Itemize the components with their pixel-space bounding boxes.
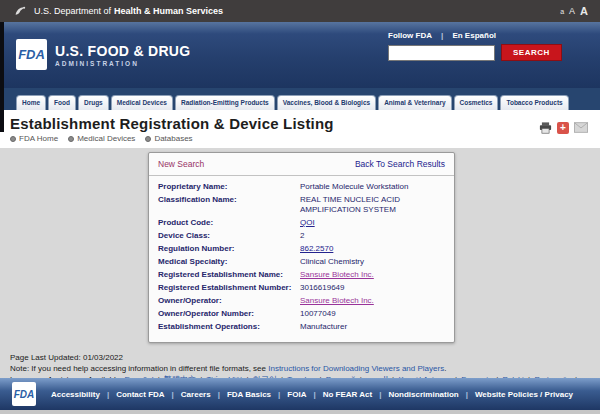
search-button[interactable]: SEARCH (501, 44, 562, 61)
fda-brand[interactable]: FDA U.S. FOOD & DRUG ADMINISTRATION (16, 39, 190, 70)
back-to-search-results-link[interactable]: Back To Search Results (355, 159, 445, 169)
header-link-separator: | (441, 31, 443, 40)
table-row-proprietary-name: Proprietary Name:Portable Molecule Works… (158, 182, 445, 192)
hhs-dept-name: Health & Human Services (114, 6, 223, 16)
footer-link-separator: | (218, 390, 220, 399)
fda-logo[interactable]: FDA (16, 39, 47, 70)
row-label: Registered Establishment Number: (158, 283, 300, 293)
new-search-link[interactable]: New Search (158, 159, 204, 169)
table-row-registered-establishment-name: Registered Establishment Name:Sansure Bi… (158, 270, 445, 280)
share-icon[interactable]: + (557, 122, 569, 134)
font-size-control-fs-m[interactable]: A (569, 6, 575, 16)
note-period: . (444, 364, 446, 373)
row-value-text: Clinical Chemistry (300, 257, 364, 266)
downloading-viewers-link[interactable]: Instructions for Downloading Viewers and… (268, 364, 444, 373)
font-size-control-fs-s[interactable]: a (560, 8, 564, 15)
row-label: Owner/Operator Number: (158, 309, 300, 319)
footer-link-separator: | (466, 390, 468, 399)
breadcrumb-bullet-icon (145, 136, 151, 142)
row-label: Medical Specialty: (158, 257, 300, 267)
page-title: Establishment Registration & Device List… (10, 115, 334, 132)
breadcrumb-label: Databases (154, 134, 192, 143)
footer-link-foia[interactable]: FOIA (287, 390, 306, 399)
row-value: 3016619649 (300, 283, 445, 293)
row-label: Registered Establishment Name: (158, 270, 300, 280)
row-value-link-862-2570[interactable]: 862.2570 (300, 244, 333, 253)
window-left-edge (0, 22, 4, 132)
brand-title: U.S. FOOD & DRUG (55, 43, 190, 59)
row-value: QOI (300, 218, 445, 228)
row-label: Device Class: (158, 231, 300, 241)
row-value: Sansure Biotech Inc. (300, 270, 445, 280)
nav-tab-home[interactable]: Home (16, 95, 46, 110)
nav-tab-radiation-emitting-products[interactable]: Radiation-Emitting Products (175, 95, 275, 110)
email-icon[interactable] (574, 122, 588, 133)
font-size-control-fs-l[interactable]: A (580, 5, 588, 17)
hhs-top-bar: U.S. Department of Health & Human Servic… (0, 0, 600, 22)
nav-tab-food[interactable]: Food (48, 95, 76, 110)
primary-nav: HomeFoodDrugsMedical DevicesRadiation-Em… (0, 88, 600, 110)
hhs-eagle-icon (14, 5, 27, 18)
footer-link-separator: | (107, 390, 109, 399)
row-value-link-sansure-biotech-inc[interactable]: Sansure Biotech Inc. (300, 270, 374, 279)
row-value-text: 10077049 (300, 309, 336, 318)
table-row-medical-specialty: Medical Specialty:Clinical Chemistry (158, 257, 445, 267)
footer-fda-logo[interactable]: FDA (12, 382, 36, 406)
row-value: 2 (300, 231, 445, 241)
breadcrumb-item-databases[interactable]: Databases (145, 134, 192, 143)
site-header: FDA U.S. FOOD & DRUG ADMINISTRATION Foll… (0, 22, 600, 88)
page-title-bar: Establishment Registration & Device List… (0, 110, 600, 148)
nav-tab-animal-veterinary[interactable]: Animal & Veterinary (378, 95, 451, 110)
hhs-dept-prefix: U.S. Department of (34, 6, 111, 16)
nav-tab-drugs[interactable]: Drugs (78, 95, 109, 110)
brand-subtitle: ADMINISTRATION (55, 60, 190, 67)
footer-link-contact-fda[interactable]: Contact FDA (116, 390, 164, 399)
breadcrumb-item-medical-devices[interactable]: Medical Devices (68, 134, 135, 143)
table-row-owner-operator-number: Owner/Operator Number:10077049 (158, 309, 445, 319)
font-size-controls: aAA (560, 0, 588, 22)
footer-link-accessibility[interactable]: Accessibility (51, 390, 100, 399)
en-espanol-link[interactable]: En Español (452, 31, 496, 40)
follow-fda-link[interactable]: Follow FDA (388, 31, 432, 40)
table-row-product-code: Product Code:QOI (158, 218, 445, 228)
table-row-regulation-number: Regulation Number:862.2570 (158, 244, 445, 254)
footer-link-website-policies-privacy[interactable]: Website Policies / Privacy (475, 390, 573, 399)
print-icon[interactable] (539, 122, 552, 134)
nav-tab-medical-devices[interactable]: Medical Devices (111, 95, 173, 110)
note-text: Note: If you need help accessing informa… (10, 364, 268, 373)
row-value: REAL TIME NUCLEIC ACID AMPLIFICATION SYS… (300, 195, 445, 215)
footer-links: Accessibility|Contact FDA|Careers|FDA Ba… (36, 390, 588, 399)
table-row-owner-operator: Owner/Operator:Sansure Biotech Inc. (158, 296, 445, 306)
footer-link-careers[interactable]: Careers (181, 390, 211, 399)
breadcrumb-item-fda-home[interactable]: FDA Home (10, 134, 58, 143)
breadcrumb-bullet-icon (68, 136, 74, 142)
search-input[interactable] (388, 45, 495, 61)
nav-tab-vaccines-blood-biologics[interactable]: Vaccines, Blood & Biologics (277, 95, 376, 110)
device-detail-table: Proprietary Name:Portable Molecule Works… (149, 176, 454, 342)
row-value-link-sansure-biotech-inc[interactable]: Sansure Biotech Inc. (300, 296, 374, 305)
nav-tab-tobacco-products[interactable]: Tobacco Products (500, 95, 568, 110)
row-value: Sansure Biotech Inc. (300, 296, 445, 306)
row-label: Establishment Operations: (158, 322, 300, 332)
footer-link-fda-basics[interactable]: FDA Basics (227, 390, 271, 399)
footer-link-nondiscrimination[interactable]: Nondiscrimination (388, 390, 458, 399)
footer-link-separator: | (172, 390, 174, 399)
nav-tab-cosmetics[interactable]: Cosmetics (454, 95, 499, 110)
row-value-text: REAL TIME NUCLEIC ACID AMPLIFICATION SYS… (300, 195, 400, 214)
footer-link-separator: | (313, 390, 315, 399)
footer-link-no-fear-act[interactable]: No FEAR Act (323, 390, 372, 399)
footer-link-separator: | (379, 390, 381, 399)
row-value-text: Manufacturer (300, 322, 347, 331)
breadcrumb-bullet-icon (10, 136, 16, 142)
footer-link-separator: | (278, 390, 280, 399)
table-row-registered-establishment-number: Registered Establishment Number:30166196… (158, 283, 445, 293)
row-value-link-qoi[interactable]: QOI (300, 218, 315, 227)
row-value: Portable Molecule Workstation (300, 182, 445, 192)
row-value: 862.2570 (300, 244, 445, 254)
formats-note: Note: If you need help accessing informa… (10, 363, 590, 374)
page-last-updated: Page Last Updated: 01/03/2022 (10, 352, 590, 363)
table-row-device-class: Device Class:2 (158, 231, 445, 241)
footer-bar: FDA Accessibility|Contact FDA|Careers|FD… (0, 378, 600, 410)
device-listing-panel: New Search Back To Search Results Propri… (148, 152, 455, 343)
row-label: Product Code: (158, 218, 300, 228)
